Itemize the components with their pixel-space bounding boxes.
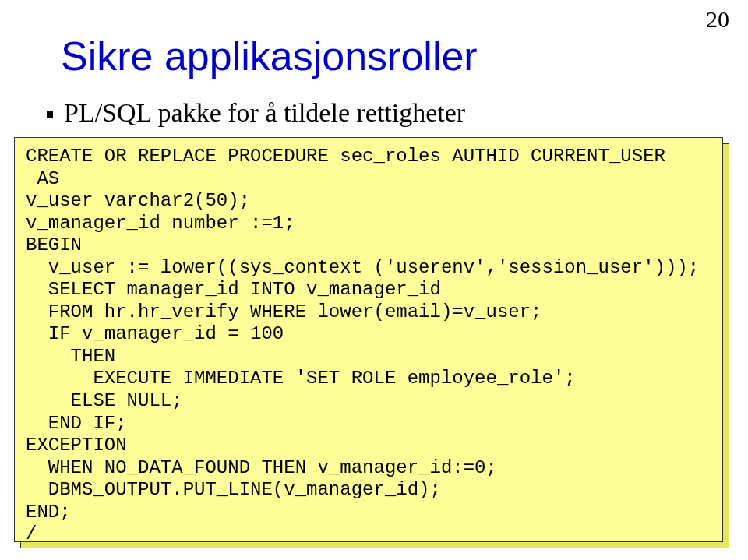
code-line: ELSE NULL; (26, 390, 183, 411)
code-block: CREATE OR REPLACE PROCEDURE sec_roles AU… (14, 137, 723, 544)
code-line: WHEN NO_DATA_FOUND THEN v_manager_id:=0; (26, 457, 497, 478)
code-line: AS (26, 168, 59, 189)
code-line: FROM hr.hr_verify WHERE lower(email)=v_u… (26, 301, 542, 322)
slide: 20 Sikre applikasjonsroller PL/SQL pakke… (0, 0, 748, 560)
code-box: CREATE OR REPLACE PROCEDURE sec_roles AU… (14, 137, 723, 542)
code-line: SELECT manager_id INTO v_manager_id (26, 279, 441, 300)
code-line: THEN (26, 346, 115, 367)
bullet-icon (47, 111, 53, 118)
code-line: CREATE OR REPLACE PROCEDURE sec_roles AU… (26, 146, 665, 167)
slide-title: Sikre applikasjonsroller (61, 33, 478, 79)
code-content: CREATE OR REPLACE PROCEDURE sec_roles AU… (26, 146, 711, 546)
code-line: BEGIN (26, 234, 82, 255)
code-line: v_user := lower((sys_context ('userenv',… (26, 257, 699, 278)
code-line: v_manager_id number :=1; (26, 213, 295, 234)
code-line: END IF; (26, 413, 127, 434)
code-line: EXECUTE IMMEDIATE 'SET ROLE employee_rol… (26, 368, 576, 389)
code-line: / (26, 523, 37, 544)
code-line: IF v_manager_id = 100 (26, 323, 284, 344)
bullet-row: PL/SQL pakke for å tildele rettigheter (47, 98, 465, 128)
page-number: 20 (706, 6, 729, 33)
code-line: END; (26, 502, 71, 523)
code-line: EXCEPTION (26, 435, 127, 456)
code-line: v_user varchar2(50); (26, 190, 250, 211)
code-line: DBMS_OUTPUT.PUT_LINE(v_manager_id); (26, 479, 441, 500)
bullet-text: PL/SQL pakke for å tildele rettigheter (64, 98, 465, 128)
